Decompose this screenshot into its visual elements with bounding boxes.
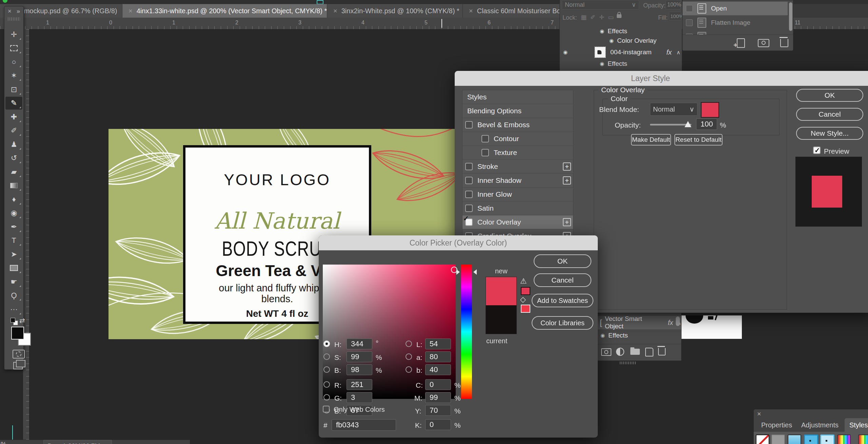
- r-field[interactable]: 251: [347, 379, 372, 390]
- r-radio[interactable]: [323, 381, 330, 388]
- history-source-checkbox[interactable]: [686, 5, 693, 12]
- tool-type[interactable]: T: [5, 234, 22, 247]
- texture-checkbox[interactable]: [481, 149, 489, 156]
- tool-hand[interactable]: ☛: [5, 275, 22, 288]
- tab-4inx133in-white[interactable]: × 4inx1.33in-white.psd @ 200% (Vector Sm…: [122, 4, 327, 18]
- tool-clone-stamp[interactable]: ♟: [5, 138, 22, 151]
- close-toolbar-icon[interactable]: ×: [8, 8, 12, 15]
- visibility-eye-icon[interactable]: ◉: [609, 38, 614, 44]
- c-field[interactable]: 0: [425, 379, 451, 390]
- inner-glow-checkbox[interactable]: [465, 191, 473, 198]
- effects-row[interactable]: ◉ Effects: [598, 331, 682, 340]
- hue-slider[interactable]: [461, 265, 472, 399]
- style-row-inner-shadow[interactable]: Inner Shadow: [462, 174, 573, 188]
- history-item-flatten[interactable]: Flatten Image: [683, 16, 788, 30]
- web-color-swatch[interactable]: [521, 305, 530, 313]
- screen-mode-button[interactable]: [13, 362, 23, 369]
- k-field[interactable]: 0: [425, 419, 451, 430]
- lock-move-icon[interactable]: ✛: [599, 14, 604, 21]
- delete-state-icon[interactable]: [780, 39, 788, 47]
- blend-mode-select[interactable]: Normal ∨: [650, 103, 697, 116]
- style-row-inner-glow[interactable]: Inner Glow: [462, 188, 573, 201]
- style-swatch-rainbow[interactable]: [858, 435, 868, 444]
- tool-lasso[interactable]: ○: [5, 56, 22, 69]
- g-field[interactable]: 3: [347, 392, 372, 403]
- hex-field[interactable]: fb0343: [332, 419, 396, 431]
- stroke-checkbox[interactable]: [465, 163, 473, 170]
- new-group-icon[interactable]: [630, 349, 640, 355]
- inner-shadow-checkbox[interactable]: [465, 177, 473, 184]
- fx-badge[interactable]: fx: [667, 49, 672, 56]
- vertical-ruler[interactable]: [23, 29, 29, 444]
- tool-magic-wand[interactable]: ✶: [5, 69, 22, 82]
- current-color-swatch[interactable]: [486, 305, 517, 334]
- tool-pen[interactable]: ✒: [5, 220, 22, 233]
- tool-eyedropper[interactable]: ✎: [5, 97, 22, 110]
- style-swatch-gray[interactable]: [771, 435, 785, 444]
- fx-badge[interactable]: fx: [668, 319, 673, 327]
- quick-mask-button[interactable]: [13, 350, 25, 359]
- tool-history-brush[interactable]: ↺: [5, 152, 22, 165]
- layer-row-vector-smart-object[interactable]: [ Vector Smart Object fx ∧: [598, 316, 681, 329]
- style-swatch-blue-stroke[interactable]: [804, 435, 818, 444]
- style-row-bevel-emboss[interactable]: Bevel & Emboss: [462, 118, 573, 132]
- h-radio[interactable]: [323, 341, 330, 347]
- collapse-toolbar-icon[interactable]: »: [17, 8, 20, 15]
- status-expander-icon[interactable]: ›: [105, 442, 107, 444]
- tool-zoom[interactable]: Ϙ: [5, 289, 22, 302]
- tool-marquee[interactable]: [5, 42, 22, 55]
- close-tab-icon[interactable]: ×: [333, 7, 337, 15]
- new-document-from-state-icon[interactable]: [737, 38, 745, 48]
- tool-edit-toolbar[interactable]: ···: [5, 303, 22, 316]
- a-radio[interactable]: [406, 353, 412, 360]
- preview-checkbox[interactable]: [813, 147, 821, 154]
- tool-gradient[interactable]: [5, 179, 22, 192]
- history-item-open[interactable]: Open: [683, 2, 788, 15]
- color-overlay-row[interactable]: ◉ Color Overlay: [560, 36, 682, 45]
- lock-artboard-icon[interactable]: ▭: [608, 14, 614, 21]
- history-scrollbar[interactable]: [789, 2, 792, 31]
- add-inner-shadow-icon[interactable]: [563, 176, 571, 185]
- tool-path-select[interactable]: ➤: [5, 248, 22, 261]
- delete-layer-icon[interactable]: [658, 348, 666, 355]
- y-field[interactable]: 70: [425, 405, 451, 416]
- tab-styles[interactable]: Styles: [845, 418, 868, 432]
- close-tab-icon[interactable]: ×: [129, 7, 133, 15]
- style-row-texture[interactable]: Texture: [462, 146, 573, 160]
- s-field[interactable]: 99: [347, 351, 372, 362]
- style-row-satin[interactable]: Satin: [462, 201, 573, 215]
- layers-scrollbar[interactable]: [676, 316, 680, 326]
- lab-b-radio[interactable]: [406, 366, 412, 373]
- effects-row[interactable]: ◉ Effects: [560, 59, 682, 69]
- opacity-slider-thumb[interactable]: [685, 121, 691, 127]
- bevel-emboss-checkbox[interactable]: [465, 121, 473, 129]
- picker-ok-button[interactable]: OK: [534, 254, 591, 268]
- close-tab-icon[interactable]: ×: [469, 7, 473, 15]
- dialog-title-bar[interactable]: Layer Style: [455, 71, 868, 86]
- cancel-button[interactable]: Cancel: [796, 108, 863, 121]
- s-radio[interactable]: [323, 353, 330, 360]
- new-snapshot-icon[interactable]: [758, 39, 769, 47]
- traffic-light-icon[interactable]: [3, 0, 7, 3]
- style-row-contour[interactable]: Contour: [462, 132, 573, 146]
- foreground-color-swatch[interactable]: [11, 327, 24, 340]
- b-field[interactable]: 98: [347, 364, 372, 375]
- add-stroke-icon[interactable]: [563, 162, 571, 171]
- collapse-effects-icon[interactable]: ∧: [676, 49, 680, 56]
- lock-all-icon[interactable]: [617, 14, 622, 18]
- tab-adjustments[interactable]: Adjustments: [796, 418, 843, 432]
- tool-healing-brush[interactable]: ✚: [5, 111, 22, 123]
- gamut-color-swatch[interactable]: [521, 287, 530, 295]
- mini-foreground-swatch[interactable]: [11, 318, 15, 323]
- effects-row[interactable]: ◉ Effects: [560, 26, 682, 36]
- tool-move[interactable]: ✛: [5, 28, 22, 41]
- picker-cancel-button[interactable]: Cancel: [534, 273, 591, 287]
- visibility-eye-icon[interactable]: ◉: [600, 332, 605, 339]
- adjustment-layer-icon[interactable]: [616, 348, 624, 356]
- add-layer-mask-icon[interactable]: [601, 348, 611, 356]
- style-row-stroke[interactable]: Stroke: [462, 160, 573, 174]
- satin-checkbox[interactable]: [465, 205, 473, 212]
- m-field[interactable]: 99: [425, 392, 451, 403]
- reset-to-default-button[interactable]: Reset to Default: [674, 134, 723, 146]
- overlay-color-swatch[interactable]: [701, 102, 719, 118]
